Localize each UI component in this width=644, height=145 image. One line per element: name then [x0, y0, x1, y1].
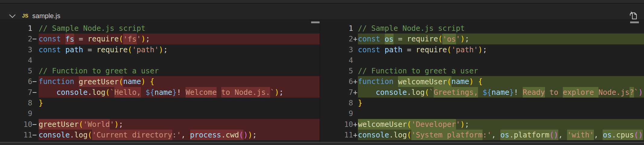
diff-line[interactable]: 5// Function to greet a user: [0, 66, 320, 76]
code-token: 'System platform: [411, 130, 483, 140]
diff-sign: [32, 66, 39, 76]
diff-line[interactable]: 4: [320, 55, 644, 66]
code-token: require: [416, 45, 447, 54]
line-number: 11: [320, 130, 353, 140]
code-token: ): [141, 34, 145, 43]
code-line-content: // Function to greet a user: [358, 66, 644, 76]
code-token: =: [83, 45, 97, 54]
diff-line[interactable]: 11+console.log('System platform:', os.pl…: [320, 130, 644, 140]
code-token: (: [407, 119, 411, 130]
line-number: 5: [320, 66, 353, 76]
code-token: :': [483, 130, 492, 139]
diff-line[interactable]: 11−console.log('Current directory:', pro…: [0, 130, 320, 140]
code-token: ;: [145, 34, 150, 43]
diff-pane-original[interactable]: 1// Sample Node.js script2−const fs = re…: [0, 20, 320, 142]
line-number: 8: [320, 98, 353, 108]
code-token: [474, 77, 478, 86]
diff-line[interactable]: 9: [0, 108, 320, 119]
code-token: [181, 88, 186, 97]
code-token: welcomeUser: [398, 76, 447, 87]
code-token: .: [221, 130, 226, 140]
diff-line[interactable]: 10+welcomeUser('Developer');: [320, 119, 644, 130]
diff-sign: +: [353, 119, 358, 130]
scrollbar-thumb-left[interactable]: [311, 21, 320, 23]
code-token: const: [39, 45, 61, 54]
code-line-content: const path = require('path');: [39, 44, 320, 55]
diff-sign: [32, 44, 39, 55]
diff-line[interactable]: 5// Function to greet a user: [320, 66, 644, 76]
code-token: .: [612, 130, 616, 140]
diff-line[interactable]: 7+ console.log(`Greetings, ${name}! Read…: [320, 87, 644, 98]
code-token: cwd: [226, 130, 239, 140]
diff-line[interactable]: 9: [320, 108, 644, 119]
code-token: ${: [145, 88, 155, 97]
diff-line[interactable]: 6+function welcomeUser(name) {: [320, 76, 644, 87]
code-token: (: [88, 130, 92, 139]
code-token: name: [492, 88, 509, 97]
line-number: 6: [0, 76, 32, 87]
diff-line[interactable]: 8}: [320, 98, 644, 108]
diff-line[interactable]: 10−greetUser('World');: [0, 119, 320, 130]
diff-line[interactable]: 2+const os = require('os');: [320, 34, 644, 44]
code-token: require: [407, 34, 438, 43]
diff-sign: [353, 23, 358, 34]
diff-line[interactable]: 1// Sample Node.js script: [0, 23, 320, 34]
code-line-content: function greetUser(name) {: [39, 76, 320, 87]
code-token: os: [603, 130, 612, 140]
code-token: ,: [594, 130, 603, 139]
diff-line[interactable]: 2−const fs = require('fs');: [0, 34, 320, 44]
line-number: 11: [0, 130, 32, 140]
code-token: greetUser: [39, 119, 79, 130]
diff-sign: [353, 66, 358, 76]
diff-sign: [32, 108, 39, 119]
scrollbar-thumb-right[interactable]: [630, 21, 639, 23]
diff-line[interactable]: 8}: [0, 98, 320, 108]
code-token: 'Developer: [411, 119, 456, 130]
code-token: =: [403, 45, 416, 54]
diff-sign: [32, 55, 39, 66]
code-token: console: [56, 88, 88, 97]
diff-pane-modified[interactable]: 1// Sample Node.js script2+const os = re…: [320, 20, 644, 142]
diff-line[interactable]: 3const path = require('path');: [320, 44, 644, 55]
code-token: [61, 34, 65, 43]
code-token: =: [74, 34, 88, 43]
code-token: (: [105, 88, 110, 97]
diff-line[interactable]: 6−function greetUser(name) {: [0, 76, 320, 87]
code-token: console: [39, 130, 70, 139]
diff-line[interactable]: 1// Sample Node.js script: [320, 23, 644, 34]
code-token: path: [65, 45, 83, 54]
code-token: }: [509, 88, 514, 97]
code-token: ,: [492, 130, 501, 139]
code-token: const: [39, 34, 61, 43]
code-token: ': [456, 34, 461, 43]
code-line-content: // Sample Node.js script: [358, 23, 644, 34]
code-token: [394, 77, 398, 86]
code-line-content: // Function to greet a user: [39, 66, 320, 76]
diff-line[interactable]: 3const path = require('path');: [0, 44, 320, 55]
diff-sign: −: [32, 130, 39, 140]
diff-sign: −: [32, 87, 39, 98]
diff-sign: +: [353, 130, 358, 140]
code-token: 'path': [132, 45, 159, 54]
diff-sign: +: [353, 76, 358, 87]
diff-header: JS sample.js: [0, 4, 644, 19]
code-token: }: [172, 88, 177, 97]
line-number: 10: [320, 119, 353, 130]
code-line-content: function welcomeUser(name) {: [358, 76, 644, 87]
code-token: [518, 88, 523, 97]
code-token: (: [407, 130, 411, 139]
diff-sign: [353, 55, 358, 66]
chevron-down-icon[interactable]: [9, 14, 16, 18]
code-token: name: [451, 77, 469, 86]
code-line-content: }: [358, 98, 644, 108]
code-token: `: [270, 88, 275, 97]
code-token: cpus: [616, 130, 634, 140]
diff-line[interactable]: 4: [0, 55, 320, 66]
code-token: .: [509, 130, 514, 140]
diff-line[interactable]: 7− console.log(`Hello, ${name}! Welcome …: [0, 87, 320, 98]
code-token: path: [385, 45, 403, 54]
diff-editor-block: JS sample.js 1// Sample Node.js script2−…: [0, 0, 644, 145]
code-token: (: [425, 88, 429, 97]
code-token: .: [407, 88, 411, 97]
code-token: welcomeUser: [358, 119, 407, 130]
